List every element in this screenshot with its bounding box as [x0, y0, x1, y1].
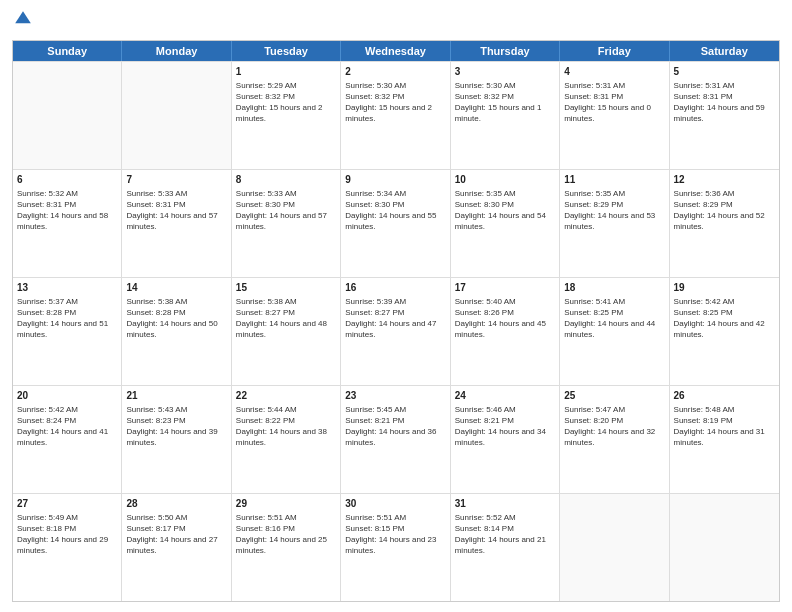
day-number: 6	[17, 173, 117, 187]
cell-info: Sunrise: 5:33 AM Sunset: 8:30 PM Dayligh…	[236, 188, 336, 233]
day-number: 20	[17, 389, 117, 403]
day-number: 30	[345, 497, 445, 511]
cell-info: Sunrise: 5:47 AM Sunset: 8:20 PM Dayligh…	[564, 404, 664, 449]
cell-info: Sunrise: 5:52 AM Sunset: 8:14 PM Dayligh…	[455, 512, 555, 557]
calendar-cell	[13, 62, 122, 169]
calendar-cell: 4Sunrise: 5:31 AM Sunset: 8:31 PM Daylig…	[560, 62, 669, 169]
calendar-cell: 31Sunrise: 5:52 AM Sunset: 8:14 PM Dayli…	[451, 494, 560, 601]
calendar-cell: 5Sunrise: 5:31 AM Sunset: 8:31 PM Daylig…	[670, 62, 779, 169]
cell-info: Sunrise: 5:39 AM Sunset: 8:27 PM Dayligh…	[345, 296, 445, 341]
calendar-cell	[560, 494, 669, 601]
day-number: 23	[345, 389, 445, 403]
cell-info: Sunrise: 5:30 AM Sunset: 8:32 PM Dayligh…	[455, 80, 555, 125]
cell-info: Sunrise: 5:29 AM Sunset: 8:32 PM Dayligh…	[236, 80, 336, 125]
header-cell-sunday: Sunday	[13, 41, 122, 61]
cell-info: Sunrise: 5:49 AM Sunset: 8:18 PM Dayligh…	[17, 512, 117, 557]
day-number: 21	[126, 389, 226, 403]
header-cell-wednesday: Wednesday	[341, 41, 450, 61]
cell-info: Sunrise: 5:42 AM Sunset: 8:24 PM Dayligh…	[17, 404, 117, 449]
calendar-cell: 28Sunrise: 5:50 AM Sunset: 8:17 PM Dayli…	[122, 494, 231, 601]
day-number: 18	[564, 281, 664, 295]
calendar-cell: 25Sunrise: 5:47 AM Sunset: 8:20 PM Dayli…	[560, 386, 669, 493]
day-number: 24	[455, 389, 555, 403]
day-number: 31	[455, 497, 555, 511]
day-number: 13	[17, 281, 117, 295]
calendar-cell: 23Sunrise: 5:45 AM Sunset: 8:21 PM Dayli…	[341, 386, 450, 493]
day-number: 28	[126, 497, 226, 511]
calendar-cell	[122, 62, 231, 169]
cell-info: Sunrise: 5:34 AM Sunset: 8:30 PM Dayligh…	[345, 188, 445, 233]
day-number: 29	[236, 497, 336, 511]
calendar-cell: 26Sunrise: 5:48 AM Sunset: 8:19 PM Dayli…	[670, 386, 779, 493]
calendar-cell: 20Sunrise: 5:42 AM Sunset: 8:24 PM Dayli…	[13, 386, 122, 493]
day-number: 2	[345, 65, 445, 79]
cell-info: Sunrise: 5:51 AM Sunset: 8:16 PM Dayligh…	[236, 512, 336, 557]
day-number: 26	[674, 389, 775, 403]
calendar-cell: 7Sunrise: 5:33 AM Sunset: 8:31 PM Daylig…	[122, 170, 231, 277]
day-number: 16	[345, 281, 445, 295]
calendar-cell: 8Sunrise: 5:33 AM Sunset: 8:30 PM Daylig…	[232, 170, 341, 277]
calendar-cell: 11Sunrise: 5:35 AM Sunset: 8:29 PM Dayli…	[560, 170, 669, 277]
calendar-cell: 22Sunrise: 5:44 AM Sunset: 8:22 PM Dayli…	[232, 386, 341, 493]
header-cell-tuesday: Tuesday	[232, 41, 341, 61]
cell-info: Sunrise: 5:31 AM Sunset: 8:31 PM Dayligh…	[564, 80, 664, 125]
calendar-cell: 13Sunrise: 5:37 AM Sunset: 8:28 PM Dayli…	[13, 278, 122, 385]
calendar-cell	[670, 494, 779, 601]
day-number: 7	[126, 173, 226, 187]
day-number: 9	[345, 173, 445, 187]
calendar-cell: 2Sunrise: 5:30 AM Sunset: 8:32 PM Daylig…	[341, 62, 450, 169]
day-number: 5	[674, 65, 775, 79]
day-number: 12	[674, 173, 775, 187]
calendar: SundayMondayTuesdayWednesdayThursdayFrid…	[12, 40, 780, 602]
calendar-cell: 16Sunrise: 5:39 AM Sunset: 8:27 PM Dayli…	[341, 278, 450, 385]
day-number: 15	[236, 281, 336, 295]
cell-info: Sunrise: 5:42 AM Sunset: 8:25 PM Dayligh…	[674, 296, 775, 341]
header-cell-friday: Friday	[560, 41, 669, 61]
logo	[12, 10, 32, 32]
calendar-cell: 18Sunrise: 5:41 AM Sunset: 8:25 PM Dayli…	[560, 278, 669, 385]
cell-info: Sunrise: 5:46 AM Sunset: 8:21 PM Dayligh…	[455, 404, 555, 449]
cell-info: Sunrise: 5:32 AM Sunset: 8:31 PM Dayligh…	[17, 188, 117, 233]
cell-info: Sunrise: 5:48 AM Sunset: 8:19 PM Dayligh…	[674, 404, 775, 449]
calendar-cell: 27Sunrise: 5:49 AM Sunset: 8:18 PM Dayli…	[13, 494, 122, 601]
calendar-row-2: 6Sunrise: 5:32 AM Sunset: 8:31 PM Daylig…	[13, 169, 779, 277]
svg-marker-0	[15, 11, 31, 23]
cell-info: Sunrise: 5:36 AM Sunset: 8:29 PM Dayligh…	[674, 188, 775, 233]
day-number: 8	[236, 173, 336, 187]
day-number: 4	[564, 65, 664, 79]
calendar-cell: 17Sunrise: 5:40 AM Sunset: 8:26 PM Dayli…	[451, 278, 560, 385]
calendar-row-1: 1Sunrise: 5:29 AM Sunset: 8:32 PM Daylig…	[13, 61, 779, 169]
day-number: 1	[236, 65, 336, 79]
cell-info: Sunrise: 5:37 AM Sunset: 8:28 PM Dayligh…	[17, 296, 117, 341]
calendar-cell: 15Sunrise: 5:38 AM Sunset: 8:27 PM Dayli…	[232, 278, 341, 385]
cell-info: Sunrise: 5:30 AM Sunset: 8:32 PM Dayligh…	[345, 80, 445, 125]
cell-info: Sunrise: 5:35 AM Sunset: 8:30 PM Dayligh…	[455, 188, 555, 233]
calendar-cell: 3Sunrise: 5:30 AM Sunset: 8:32 PM Daylig…	[451, 62, 560, 169]
header-cell-thursday: Thursday	[451, 41, 560, 61]
cell-info: Sunrise: 5:31 AM Sunset: 8:31 PM Dayligh…	[674, 80, 775, 125]
calendar-body: 1Sunrise: 5:29 AM Sunset: 8:32 PM Daylig…	[13, 61, 779, 601]
calendar-row-4: 20Sunrise: 5:42 AM Sunset: 8:24 PM Dayli…	[13, 385, 779, 493]
cell-info: Sunrise: 5:41 AM Sunset: 8:25 PM Dayligh…	[564, 296, 664, 341]
cell-info: Sunrise: 5:43 AM Sunset: 8:23 PM Dayligh…	[126, 404, 226, 449]
day-number: 27	[17, 497, 117, 511]
header	[12, 10, 780, 32]
calendar-row-5: 27Sunrise: 5:49 AM Sunset: 8:18 PM Dayli…	[13, 493, 779, 601]
calendar-cell: 24Sunrise: 5:46 AM Sunset: 8:21 PM Dayli…	[451, 386, 560, 493]
calendar-cell: 12Sunrise: 5:36 AM Sunset: 8:29 PM Dayli…	[670, 170, 779, 277]
calendar-cell: 30Sunrise: 5:51 AM Sunset: 8:15 PM Dayli…	[341, 494, 450, 601]
calendar-cell: 9Sunrise: 5:34 AM Sunset: 8:30 PM Daylig…	[341, 170, 450, 277]
cell-info: Sunrise: 5:40 AM Sunset: 8:26 PM Dayligh…	[455, 296, 555, 341]
day-number: 17	[455, 281, 555, 295]
logo-icon	[14, 10, 32, 28]
cell-info: Sunrise: 5:44 AM Sunset: 8:22 PM Dayligh…	[236, 404, 336, 449]
calendar-cell: 6Sunrise: 5:32 AM Sunset: 8:31 PM Daylig…	[13, 170, 122, 277]
day-number: 10	[455, 173, 555, 187]
header-cell-monday: Monday	[122, 41, 231, 61]
cell-info: Sunrise: 5:35 AM Sunset: 8:29 PM Dayligh…	[564, 188, 664, 233]
calendar-cell: 1Sunrise: 5:29 AM Sunset: 8:32 PM Daylig…	[232, 62, 341, 169]
cell-info: Sunrise: 5:33 AM Sunset: 8:31 PM Dayligh…	[126, 188, 226, 233]
calendar-cell: 21Sunrise: 5:43 AM Sunset: 8:23 PM Dayli…	[122, 386, 231, 493]
day-number: 11	[564, 173, 664, 187]
cell-info: Sunrise: 5:38 AM Sunset: 8:28 PM Dayligh…	[126, 296, 226, 341]
